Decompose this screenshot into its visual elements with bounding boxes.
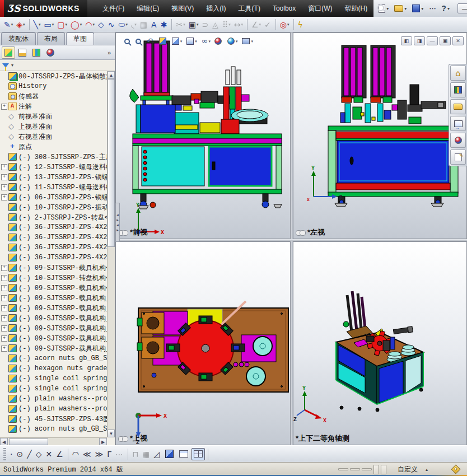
sketch-fillet-tool[interactable]: ◟▾ bbox=[129, 19, 138, 30]
smart-dimension-button[interactable]: ◈▾ bbox=[15, 19, 26, 30]
sketch-button[interactable]: ✎▾ bbox=[2, 19, 15, 30]
menu-toolbox[interactable]: Toolbox bbox=[267, 0, 302, 17]
mirror-entities-tool[interactable]: ◬ bbox=[211, 19, 221, 30]
tree-item-component[interactable]: (-) hexagon nuts grade c bbox=[0, 363, 107, 374]
ruler-snap[interactable]: ⊓ bbox=[130, 449, 141, 460]
tree-root[interactable]: 00-JTSSRPJ-ZPS-晶体锁散热片 bbox=[0, 71, 107, 81]
spline-tool[interactable]: ∿ bbox=[106, 19, 117, 30]
tag-icon[interactable] bbox=[451, 465, 461, 474]
appearances-button[interactable] bbox=[450, 133, 466, 148]
tree-item-annotations[interactable]: +注解 bbox=[0, 101, 107, 111]
featuremanager-tab[interactable] bbox=[2, 46, 15, 59]
slot-tool[interactable]: ▢▾ bbox=[55, 19, 69, 30]
tree-item-component[interactable]: (-) 36-JTSSRPJ-ZPS-4X205 bbox=[0, 253, 107, 263]
filter-funnel-icon[interactable] bbox=[2, 63, 9, 68]
center-snap[interactable]: ⊙ bbox=[15, 449, 25, 460]
menu-window[interactable]: 窗口(W) bbox=[302, 0, 338, 17]
menu-file[interactable]: 文件(F) bbox=[96, 0, 130, 17]
tree-item-front-plane[interactable]: 前视基准面 bbox=[0, 111, 107, 122]
tree-item-history[interactable]: History bbox=[0, 81, 107, 91]
propertymanager-tab[interactable] bbox=[16, 46, 29, 59]
viewport-isometric[interactable]: Y X Z *上下二等角轴测 bbox=[293, 241, 467, 445]
tab-layout[interactable]: 布局 bbox=[37, 32, 65, 45]
angle-grid-snap[interactable]: ◿ bbox=[152, 449, 162, 460]
rectangle-tool[interactable]: ▭▾ bbox=[43, 19, 56, 30]
open-button[interactable]: ▾ bbox=[392, 4, 409, 13]
tree-item-component[interactable]: +(-) 09-SJTSSRP-载具机构_ bbox=[0, 323, 107, 333]
view-settings-button[interactable]: ▾ bbox=[240, 37, 255, 45]
section-view-button[interactable] bbox=[157, 36, 169, 46]
hide-show-items-button[interactable]: ∞▾ bbox=[200, 36, 212, 46]
save-button[interactable]: ▾ bbox=[410, 3, 426, 13]
rapid-sketch-button[interactable]: ϟ bbox=[296, 19, 305, 30]
single-view-button[interactable] bbox=[162, 448, 176, 460]
sketch-point-snap[interactable]: · bbox=[8, 449, 15, 460]
polygon-tool[interactable]: ◇ bbox=[96, 19, 106, 30]
zoom-to-area-button[interactable] bbox=[134, 38, 144, 45]
tree-item-component[interactable]: (-) single coil spring l bbox=[0, 384, 107, 394]
design-library-button[interactable] bbox=[450, 82, 466, 97]
menu-help[interactable]: 帮助(H) bbox=[339, 0, 374, 17]
previous-view-button[interactable]: ↶ bbox=[145, 36, 156, 46]
tree-item-component[interactable]: +(-) 06-JTSSRPJ-ZPS-锁螺丝 bbox=[0, 192, 107, 202]
toolbar-overflow-button[interactable]: ⋯ bbox=[427, 3, 438, 13]
toolbar-grip[interactable] bbox=[3, 448, 6, 460]
solidworks-resources-button[interactable]: ⌂ bbox=[450, 66, 466, 81]
tab-sketch[interactable]: 草图 bbox=[66, 32, 94, 45]
point-tool[interactable]: ✱ bbox=[159, 19, 170, 30]
linear-pattern-tool[interactable]: ⠿▾ bbox=[221, 19, 232, 30]
configurationmanager-tab[interactable] bbox=[30, 46, 43, 59]
filter-dropdown-arrow[interactable]: ▾ bbox=[11, 63, 13, 68]
convert-entities-tool[interactable]: ▣▾ bbox=[187, 19, 200, 30]
viewport-top[interactable]: X Z *上视 bbox=[115, 241, 291, 445]
tree-item-component[interactable]: (-) 2-JTSSRPJ-ZPS-转盘<1 bbox=[0, 212, 107, 222]
menu-tools[interactable]: 工具(T) bbox=[232, 0, 267, 17]
tree-item-right-plane[interactable]: 右视基准面 bbox=[0, 132, 107, 142]
tree-item-component[interactable]: +(-) 09-SJTSSRP-载具机构_ bbox=[0, 303, 107, 313]
view-palette-button[interactable] bbox=[450, 116, 466, 131]
custom-properties-button[interactable] bbox=[450, 150, 466, 165]
angle-snap[interactable]: ∠ bbox=[54, 449, 66, 460]
text-tool[interactable]: A bbox=[150, 19, 159, 30]
scroll-down-arrow[interactable]: ▼ bbox=[108, 430, 115, 437]
apply-scene-button[interactable]: ▾ bbox=[226, 36, 240, 46]
file-explorer-button[interactable] bbox=[450, 99, 466, 114]
display-relations-tool[interactable]: ∠▾ bbox=[250, 19, 263, 30]
tree-item-component[interactable]: (-) 36-JTSSRPJ-ZPS-4X205 bbox=[0, 222, 107, 232]
tab-assembly[interactable]: 装配体 bbox=[1, 32, 36, 45]
scroll-right-arrow[interactable]: ▶ bbox=[99, 438, 107, 446]
edit-appearance-button[interactable] bbox=[213, 36, 225, 46]
polygon-snap[interactable]: ◇ bbox=[34, 449, 44, 460]
tree-item-component[interactable]: (-) single coil spring l bbox=[0, 374, 107, 384]
grid-snap[interactable]: ▦ bbox=[141, 449, 152, 460]
tree-item-component[interactable]: (-) 36-JTSSRPJ-ZPS-4X205 bbox=[0, 242, 107, 253]
tree-item-component[interactable]: (-) plain washers--produ bbox=[0, 394, 107, 404]
display-style-button[interactable]: ▾ bbox=[185, 36, 199, 46]
tree-item-origin[interactable]: 原点 bbox=[0, 142, 107, 152]
child-minimize-button[interactable]: — bbox=[427, 36, 438, 45]
tree-item-component[interactable]: (-) 308-SJTSSRP-ZPS-主底 bbox=[0, 152, 107, 162]
points-snap[interactable]: ⋯ bbox=[114, 449, 125, 460]
tree-item-top-plane[interactable]: 上视基准面 bbox=[0, 122, 107, 132]
circle-tool[interactable]: ◯▾ bbox=[69, 19, 83, 30]
tree-item-component[interactable]: +(-) 13-JTSSRPJ-ZPS-锁螺丝 bbox=[0, 172, 107, 182]
pane-previous-button[interactable]: ◧ bbox=[401, 36, 412, 45]
tree-item-component[interactable]: (-) acorn nuts gb_GB_SPE bbox=[0, 424, 107, 434]
line-snap[interactable]: ╱ bbox=[25, 449, 34, 460]
intersection-snap[interactable]: ✕ bbox=[44, 449, 54, 460]
arc-tool[interactable]: ◠▾ bbox=[83, 19, 96, 30]
offset-entities-tool[interactable]: ⊃ bbox=[200, 19, 211, 30]
scroll-thumb[interactable] bbox=[9, 438, 48, 445]
tangent-snap[interactable]: ◠ bbox=[71, 449, 81, 460]
repair-sketch-tool[interactable]: ✓ bbox=[263, 19, 273, 30]
tree-item-component[interactable]: +(-) 12-SJTSSRP-螺母送料机 bbox=[0, 162, 107, 172]
scroll-up-arrow[interactable]: ▲ bbox=[108, 71, 115, 79]
tree-item-sensors[interactable]: 传感器 bbox=[0, 91, 107, 101]
four-view-button[interactable] bbox=[192, 448, 205, 460]
child-restore-button[interactable]: ▣ bbox=[440, 36, 451, 45]
tree-item-component[interactable]: (-) acorn nuts gb_GB_SPE bbox=[0, 353, 107, 363]
panel-splitter[interactable]: ◂▸◂▸ bbox=[115, 203, 120, 242]
tree-item-component[interactable]: (-) 10-JTSSRPJ-ZPS-振动盘 bbox=[0, 202, 107, 212]
status-custom-dropdown[interactable]: 自定义 ▴ bbox=[390, 464, 436, 475]
parallel-snap[interactable]: ≪ bbox=[81, 449, 94, 460]
